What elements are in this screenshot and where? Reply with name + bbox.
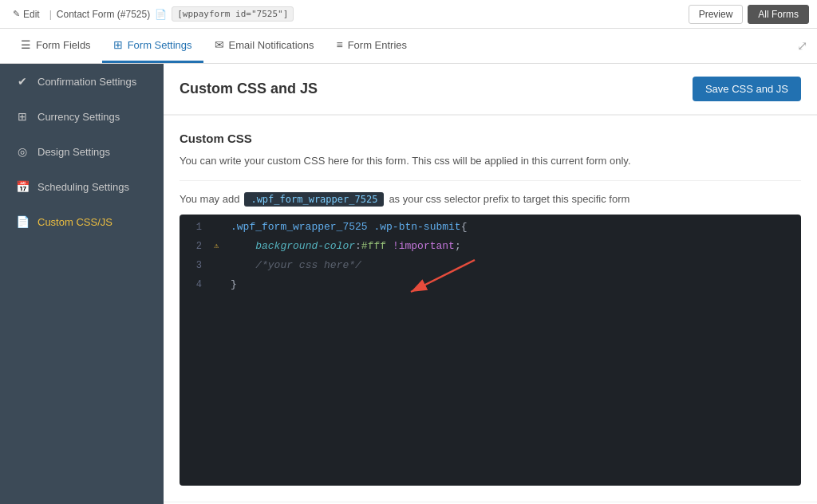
form-settings-icon: ⊞ [113, 38, 123, 51]
code-editor-wrapper: 1 .wpf_form_wrapper_7525 .wp-btn-submit{… [180, 215, 801, 486]
breadcrumb: ✎ Edit | Contact Form (#7525) 📄 [wppayfo… [8, 6, 682, 23]
selector-badge: .wpf_form_wrapper_7525 [244, 192, 384, 207]
css-section: Custom CSS You can write your custom CSS… [164, 116, 817, 502]
line-num-4: 4 [180, 275, 208, 294]
shortcode-badge: [wppayform id="7525"] [172, 6, 294, 22]
page-header: Custom CSS and JS Save CSS and JS [164, 64, 817, 115]
line-warn-3 [208, 256, 224, 275]
breadcrumb-separator2: 📄 [155, 9, 167, 20]
line-warn-1 [208, 218, 224, 237]
sidebar-item-scheduling-label: Scheduling Settings [37, 181, 129, 193]
sidebar-item-confirmation-settings[interactable]: ✔ Confirmation Settings [0, 64, 164, 99]
sidebar-item-currency-settings[interactable]: ⊞ Currency Settings [0, 99, 164, 134]
form-fields-icon: ☰ [21, 38, 31, 51]
line-num-2: 2 [180, 237, 208, 256]
tab-email-notifications-label: Email Notifications [229, 39, 314, 51]
save-css-js-button[interactable]: Save CSS and JS [693, 77, 801, 101]
tab-form-fields-label: Form Fields [36, 39, 91, 51]
currency-icon: ⊞ [15, 110, 30, 123]
sidebar-item-confirmation-label: Confirmation Settings [37, 76, 136, 88]
line-content-3: /*your css here*/ [224, 256, 801, 275]
line-num-3: 3 [180, 256, 208, 275]
content-area: Custom CSS and JS Save CSS and JS Custom… [164, 64, 817, 504]
expand-icon[interactable]: ⤢ [797, 38, 807, 53]
preview-button[interactable]: Preview [689, 5, 744, 24]
hint-after: as your css selector prefix to target th… [389, 193, 630, 205]
line-warn-2: ⚠ [208, 237, 224, 256]
hint-before: You may add [180, 193, 239, 205]
design-icon: ◎ [15, 145, 30, 158]
code-line-2: 2 ⚠ background-color:#fff !important; [180, 237, 801, 256]
divider2 [180, 180, 801, 181]
css-section-title: Custom CSS [180, 132, 801, 145]
line-content-4: } [224, 275, 801, 294]
line-warn-4 [208, 275, 224, 294]
custom-css-icon: 📄 [15, 215, 30, 228]
line-num-1: 1 [180, 218, 208, 237]
line-content-2: background-color:#fff !important; [224, 237, 801, 256]
sidebar-item-custom-css-js[interactable]: 📄 Custom CSS/JS [0, 204, 164, 239]
tab-form-fields[interactable]: ☰ Form Fields [10, 29, 102, 63]
edit-icon: ✎ [13, 9, 20, 19]
main-layout: ✔ Confirmation Settings ⊞ Currency Setti… [0, 64, 817, 504]
sidebar: ✔ Confirmation Settings ⊞ Currency Setti… [0, 64, 164, 504]
breadcrumb-separator: | [49, 9, 52, 20]
sidebar-item-scheduling-settings[interactable]: 📅 Scheduling Settings [0, 169, 164, 204]
sidebar-item-currency-label: Currency Settings [37, 111, 120, 123]
scheduling-icon: 📅 [15, 180, 30, 193]
page-title: Custom CSS and JS [180, 81, 318, 97]
tab-form-entries[interactable]: ≡ Form Entries [325, 29, 418, 63]
css-code-editor[interactable]: 1 .wpf_form_wrapper_7525 .wp-btn-submit{… [180, 215, 801, 486]
content-inner: Custom CSS and JS Save CSS and JS Custom… [164, 64, 817, 504]
top-bar: ✎ Edit | Contact Form (#7525) 📄 [wppayfo… [0, 0, 817, 29]
confirmation-icon: ✔ [15, 75, 30, 88]
email-notifications-icon: ✉ [215, 38, 224, 51]
tab-form-entries-label: Form Entries [348, 39, 407, 51]
tab-email-notifications[interactable]: ✉ Email Notifications [203, 29, 326, 63]
form-entries-icon: ≡ [336, 38, 342, 51]
css-section-description: You can write your custom CSS here for t… [180, 153, 801, 169]
sidebar-item-custom-css-label: Custom CSS/JS [37, 216, 112, 228]
form-name: Contact Form (#7525) [57, 9, 150, 20]
code-line-3: 3 /*your css here*/ [180, 256, 801, 275]
code-line-4: 4 } [180, 275, 801, 294]
code-line-1: 1 .wpf_form_wrapper_7525 .wp-btn-submit{ [180, 218, 801, 237]
edit-label: Edit [23, 9, 40, 20]
sidebar-item-design-label: Design Settings [37, 146, 110, 158]
tab-form-settings-label: Form Settings [128, 39, 192, 51]
selector-hint: You may add .wpf_form_wrapper_7525 as yo… [180, 192, 801, 207]
all-forms-button[interactable]: All Forms [748, 5, 809, 24]
line-content-1: .wpf_form_wrapper_7525 .wp-btn-submit{ [224, 218, 801, 237]
top-bar-actions: Preview All Forms [689, 5, 809, 24]
tab-form-settings[interactable]: ⊞ Form Settings [102, 29, 203, 63]
edit-button[interactable]: ✎ Edit [8, 6, 45, 23]
sidebar-item-design-settings[interactable]: ◎ Design Settings [0, 134, 164, 169]
nav-tabs: ☰ Form Fields ⊞ Form Settings ✉ Email No… [0, 29, 817, 64]
footer-note: Please don't include <style></style> tag [164, 502, 817, 505]
